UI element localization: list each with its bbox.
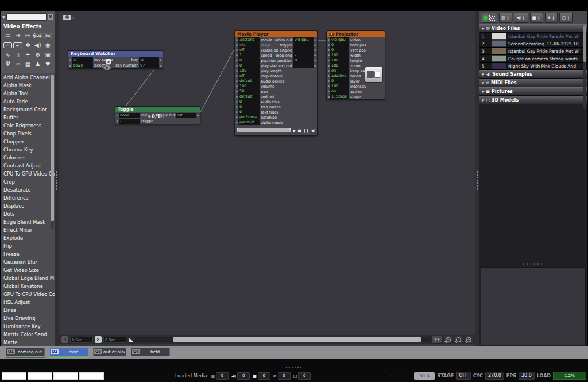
- input-value-box[interactable]: 100: [330, 53, 349, 58]
- input-value-box[interactable]: on: [330, 68, 349, 73]
- divider-grip-dots[interactable]: ••••••: [285, 365, 303, 369]
- input-value-box[interactable]: default: [238, 79, 260, 84]
- input-port[interactable]: [236, 116, 238, 118]
- fade-out-icon[interactable]: [95, 336, 102, 343]
- media-thumbnail[interactable]: [492, 55, 506, 62]
- media-name[interactable]: Caught on camera Strong winds: [508, 56, 578, 61]
- effect-list-item[interactable]: Buffer: [3, 114, 55, 122]
- play-icon[interactable]: ▶: [293, 128, 296, 133]
- toolbox-icon[interactable]: CI: [3, 42, 12, 48]
- input-value-box[interactable]: 100: [238, 84, 260, 89]
- node-title[interactable]: Toggle: [115, 107, 200, 112]
- media-list-item[interactable]: 4 Caught on camera Strong winds: [479, 55, 587, 63]
- disclosure-triangle-icon[interactable]: ▼: [2, 15, 5, 19]
- input-port[interactable]: [117, 120, 118, 122]
- input-value-box[interactable]: 100: [330, 84, 349, 89]
- media-name[interactable]: Istanbul Gay Pride Parade Met W: [508, 34, 579, 39]
- input-port[interactable]: [236, 85, 238, 87]
- input-port[interactable]: [236, 106, 238, 108]
- input-value-box[interactable]: 0: [238, 58, 260, 63]
- input-value-box[interactable]: 0: [330, 79, 349, 84]
- input-port[interactable]: [328, 85, 330, 87]
- stop-icon[interactable]: ■: [297, 128, 301, 133]
- input-port[interactable]: [236, 91, 238, 92]
- add-media-button[interactable]: ■+: [530, 13, 543, 23]
- scene-tab[interactable]: Q4 held: [131, 348, 170, 356]
- input-port[interactable]: [236, 96, 238, 98]
- node-keyboard-watcher[interactable]: Keyboard Watcher 's' key range key 'a' d…: [68, 50, 163, 69]
- toolbox-icon[interactable]: ✽: [23, 41, 33, 49]
- toolbox-icon[interactable]: GLSL: [33, 33, 42, 38]
- media-thumbnail[interactable]: [492, 48, 506, 54]
- stripes-icon[interactable]: [489, 15, 495, 21]
- disclosure-triangle-icon[interactable]: ▼: [482, 90, 484, 93]
- flag-icon[interactable]: ◣: [129, 337, 133, 342]
- node-movie-player[interactable]: Movie Player 3:Istanb movie video out vi…: [234, 30, 318, 136]
- toolbox-icon[interactable]: ⚙: [33, 50, 42, 59]
- right-splitter[interactable]: [475, 11, 479, 346]
- input-port[interactable]: [236, 111, 238, 113]
- stage-value[interactable]: OFF: [456, 372, 471, 380]
- left-splitter[interactable]: [55, 11, 59, 346]
- fade-in-icon[interactable]: [61, 336, 68, 343]
- input-port[interactable]: [236, 54, 238, 56]
- effect-list-item[interactable]: Effect Mixer: [3, 226, 55, 234]
- input-value-box[interactable]: n/a: [238, 42, 260, 48]
- input-value-box[interactable]: 0: [238, 63, 260, 68]
- input-value-box[interactable]: 1: [238, 53, 260, 58]
- node-title[interactable]: Projector: [327, 31, 385, 37]
- input-value-box[interactable]: 1: Stage: [330, 94, 349, 99]
- input-port[interactable]: [328, 65, 330, 67]
- effect-list-item[interactable]: Luminance Key: [3, 322, 55, 330]
- effect-list-item[interactable]: Alpha Tool: [3, 89, 55, 98]
- fade-in-time[interactable]: 0 Sec: [70, 337, 93, 343]
- input-value-box[interactable]: 0: [238, 110, 260, 115]
- media-name[interactable]: Istanbul Gay Pride Parade Met W: [508, 49, 579, 54]
- toolbox-icon[interactable]: ▣: [43, 50, 53, 59]
- effect-list-item[interactable]: Chopper: [3, 138, 55, 146]
- media-name[interactable]: Night Sky With Pink Clouds And: [508, 64, 576, 69]
- effect-list-item[interactable]: Gaussian Blur: [3, 258, 55, 266]
- bin-header-midi-files[interactable]: ▼ ⊕ MIDI Files: [479, 79, 587, 87]
- toolbox-icon[interactable]: ◉: [43, 41, 53, 49]
- input-value-box[interactable]: 100: [330, 63, 349, 68]
- output-port[interactable]: [314, 49, 316, 51]
- input-port[interactable]: [236, 49, 238, 51]
- bin-header-pictures[interactable]: ▼ ■ Pictures: [479, 87, 587, 96]
- camera-icon[interactable]: [63, 15, 71, 20]
- effect-list-item[interactable]: Edge Blend Mask: [3, 218, 55, 226]
- media-name[interactable]: ScreenRecording_11-06-2025 10: [508, 41, 579, 46]
- input-value-box[interactable]: 50: [238, 89, 260, 94]
- splitter-grip-icon[interactable]: [477, 171, 478, 190]
- input-value-box[interactable]: on: [330, 89, 349, 94]
- input-value-box[interactable]: premult: [238, 120, 260, 125]
- bin-header-sound-samples[interactable]: ▼ ◀) Sound Samples: [479, 70, 587, 79]
- input-port[interactable]: [236, 101, 238, 103]
- stage-preview-slot[interactable]: [53, 372, 78, 380]
- toolbox-icon[interactable]: ∿: [3, 50, 13, 59]
- stage-preview-slot[interactable]: [28, 372, 52, 380]
- effect-list-item[interactable]: Lines: [3, 306, 55, 314]
- input-port[interactable]: [328, 91, 330, 92]
- input-port[interactable]: [328, 54, 330, 56]
- node-title[interactable]: Keyboard Watcher: [68, 51, 163, 57]
- fade-out-time[interactable]: 0 Sec: [103, 337, 126, 343]
- grid-menu-button[interactable]: #▾: [431, 336, 442, 344]
- input-port[interactable]: [69, 59, 71, 61]
- toolbox-icon[interactable]: ▯: [13, 50, 22, 59]
- zoom-in-button[interactable]: +: [465, 336, 473, 343]
- toolbox-icon[interactable]: ÷: [23, 50, 33, 59]
- input-value-box[interactable]: -: [119, 119, 140, 124]
- output-port[interactable]: [160, 59, 161, 61]
- input-value-box[interactable]: off: [238, 73, 260, 79]
- input-value-box[interactable]: 0: [238, 104, 260, 110]
- input-port[interactable]: [328, 49, 330, 51]
- toolbox-icon[interactable]: ▦: [23, 60, 33, 68]
- add-media-button[interactable]: ◀)+: [514, 13, 528, 23]
- effect-list-item[interactable]: Crop: [3, 178, 55, 186]
- bin-header-video-files[interactable]: ▼ ▥ Video Files: [479, 24, 587, 33]
- bin-header-3d-models[interactable]: ▼ ▢ 3D Models: [479, 96, 587, 104]
- media-thumbnail[interactable]: [492, 63, 506, 69]
- zoom-reset-button[interactable]: [454, 336, 463, 343]
- pause-icon[interactable]: ❙❙: [303, 128, 310, 133]
